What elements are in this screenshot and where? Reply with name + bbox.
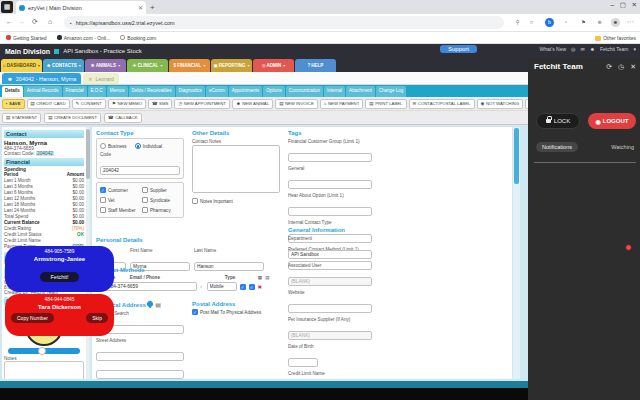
subtab-financial[interactable]: Financial: [63, 86, 87, 97]
associated-user-input[interactable]: [288, 277, 372, 286]
refresh-icon[interactable]: ⟳: [32, 18, 38, 26]
statement-button[interactable]: ▤STATEMENT: [2, 113, 41, 123]
post-mail-checkbox[interactable]: ✓: [192, 309, 198, 315]
contact-notes-textarea[interactable]: [192, 145, 280, 193]
website-input[interactable]: [288, 304, 372, 313]
whats-new-link[interactable]: What's New: [540, 46, 567, 52]
hear-about-input[interactable]: [288, 207, 372, 216]
subtab-memos[interactable]: Memos: [107, 86, 128, 97]
other-favorites[interactable]: Other favorites: [595, 35, 636, 41]
supplier-checkbox[interactable]: [142, 187, 148, 193]
practice-name[interactable]: API Sandbox - Practice Stock: [63, 48, 142, 54]
user-menu[interactable]: Fetchit Team: [600, 46, 629, 52]
method-flag-checkbox[interactable]: ✓: [240, 284, 246, 290]
tab-admin[interactable]: ◎ADMIN▾: [253, 59, 294, 72]
map-pin-icon[interactable]: [146, 300, 154, 308]
extension-icon[interactable]: ⚑: [579, 18, 588, 27]
notes-important-checkbox[interactable]: [192, 198, 198, 204]
refresh-icon[interactable]: ⟳: [606, 63, 612, 71]
record-tab-active[interactable]: ☻ 204042 - Hanson, Myrna: [2, 73, 81, 84]
save-button[interactable]: ▪SAVE: [2, 99, 25, 109]
vet-checkbox[interactable]: [100, 197, 106, 203]
new-animal-button[interactable]: ☻NEW ANIMAL: [232, 99, 273, 109]
profile-avatar[interactable]: ☻: [611, 18, 620, 27]
individual-radio[interactable]: [135, 143, 141, 149]
clock-icon[interactable]: ◷: [618, 63, 624, 71]
extension-icon[interactable]: ⚲: [513, 18, 522, 27]
pet-insurance-input[interactable]: [288, 331, 372, 340]
delete-icon[interactable]: ✖: [258, 284, 263, 290]
create-document-button[interactable]: ▤CREATE DOCUMENT: [44, 113, 101, 123]
financial-customer-group-input[interactable]: [288, 153, 372, 162]
mail-icon[interactable]: ✉: [580, 46, 584, 52]
new-tab-button[interactable]: +: [150, 3, 155, 12]
subtab-attachment[interactable]: Attachment: [346, 86, 375, 97]
bookmark-item[interactable]: Amazon.com - Onli...: [57, 35, 111, 41]
record-tab[interactable]: ✕ Leonard: [83, 73, 119, 84]
subtab-details[interactable]: Details: [2, 86, 23, 97]
bookmark-item[interactable]: Booking.com: [120, 35, 156, 41]
chevron-down-icon[interactable]: ▾: [118, 63, 120, 68]
extension-icon[interactable]: ☆: [527, 18, 536, 27]
sms-button[interactable]: ☎SMS: [148, 99, 172, 109]
home-icon[interactable]: ⌂: [48, 18, 52, 25]
subtab-change-log[interactable]: Change Log: [376, 86, 407, 97]
new-memo-button[interactable]: ⚑NEW MEMO: [108, 99, 146, 109]
general-tag-input[interactable]: [288, 180, 372, 189]
extension-icon[interactable]: ⊜: [595, 18, 604, 27]
copy-number-button[interactable]: Copy Number: [11, 313, 54, 323]
skip-button[interactable]: Skip: [86, 313, 108, 323]
tab-contacts[interactable]: ☻CONTACTS▾: [43, 59, 84, 72]
tab-animals[interactable]: ✱ANIMALS▾: [85, 59, 126, 72]
subtab-internal[interactable]: Internal: [324, 86, 345, 97]
address-bar[interactable]: ▪ https://apisandbox.usw2.trial.ezyvet.c…: [64, 16, 504, 29]
chevron-down-icon[interactable]: ▾: [283, 63, 285, 68]
lock-button[interactable]: LOCK: [536, 113, 580, 129]
staff-member-checkbox[interactable]: [100, 207, 106, 213]
tab-clinical[interactable]: ✚CLINICAL▾: [127, 59, 168, 72]
subtab-ecomm[interactable]: eComm: [206, 86, 228, 97]
tab-dashboard[interactable]: ⌂DASHBOARD▾: [1, 59, 42, 72]
street-address-input2[interactable]: [96, 370, 184, 379]
scroll-thumb[interactable]: [86, 129, 90, 179]
subtab-animal-records[interactable]: Animal Records: [24, 86, 62, 97]
slider-knob[interactable]: [38, 347, 46, 355]
chevron-down-icon[interactable]: ▾: [38, 63, 40, 68]
new-appointment-button[interactable]: ◷NEW APPOINTMENT: [174, 99, 229, 109]
department-input[interactable]: [288, 250, 372, 259]
support-button[interactable]: Support: [440, 45, 477, 53]
close-icon[interactable]: ✕: [630, 63, 636, 71]
scroll-thumb[interactable]: [514, 128, 519, 184]
tab-reporting[interactable]: ▣REPORTING▾: [211, 59, 252, 72]
subtab-diagnostics[interactable]: Diagnostics: [176, 86, 205, 97]
method-flag-checkbox[interactable]: ✓: [249, 284, 255, 290]
extension-icon[interactable]: b: [545, 18, 554, 27]
dob-input[interactable]: [288, 358, 318, 367]
syndicate-checkbox[interactable]: [142, 197, 148, 203]
close-window-button[interactable]: ✕: [632, 1, 637, 9]
forward-icon[interactable]: →: [18, 18, 25, 25]
form-scrollbar[interactable]: [513, 127, 520, 379]
chevron-down-icon[interactable]: ▾: [160, 63, 162, 68]
division-title[interactable]: Main Division: [5, 48, 50, 55]
subtab-options[interactable]: Options: [263, 86, 285, 97]
sidebar-notes-textarea[interactable]: [4, 361, 84, 379]
browser-menu-icon[interactable]: ⋯: [627, 18, 634, 26]
subtab-communication[interactable]: Communication: [286, 86, 323, 97]
tab-notifications[interactable]: Notifications: [536, 142, 578, 152]
subtab-debts[interactable]: Debts / Receivables: [129, 86, 175, 97]
settings-icon[interactable]: ◎: [571, 46, 575, 52]
subtab-appointments[interactable]: Appointments: [229, 86, 263, 97]
tab-financial[interactable]: $FINANCIAL▾: [169, 59, 210, 72]
maximize-button[interactable]: ▢: [620, 1, 626, 9]
logout-button[interactable]: ◉LOGOUT: [588, 113, 636, 129]
fetchit-button[interactable]: Fetchit!: [40, 272, 78, 282]
grid-icon[interactable]: ▦: [258, 275, 262, 280]
extension-icon[interactable]: ◔: [561, 18, 570, 27]
not-watching-button[interactable]: ◉NOT WATCHING: [477, 99, 524, 109]
pharmacy-checkbox[interactable]: [142, 207, 148, 213]
bookmark-item[interactable]: Getting Started: [6, 35, 47, 41]
close-icon[interactable]: ✕: [88, 76, 92, 82]
chevron-down-icon[interactable]: ▾: [203, 63, 205, 68]
tab-watching[interactable]: Watching: [611, 144, 634, 150]
